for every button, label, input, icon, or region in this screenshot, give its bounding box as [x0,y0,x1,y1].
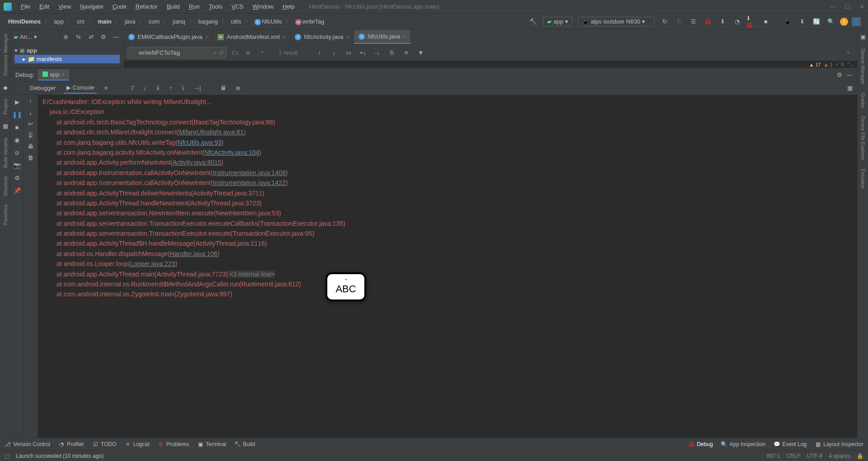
match-case-toggle[interactable]: Cc [230,49,241,56]
breadcrumb-src[interactable]: src [75,17,86,26]
debugger-tab[interactable]: Debugger [27,83,58,93]
menu-navigate[interactable]: Navigate [76,1,107,12]
menu-file[interactable]: File [17,1,34,12]
avd-manager-icon[interactable]: 📱 [782,16,793,27]
collapse-all-icon[interactable]: ⇄ [86,33,95,42]
up-stack-icon[interactable]: ↑ [29,98,32,105]
resource-manager-icon[interactable]: ◆ [3,84,8,91]
rail-resource-manager[interactable]: Resource Manager [3,33,8,76]
editor-tab[interactable]: CNfcUtils.java× [354,30,411,44]
remove-selection-button[interactable]: -↓ [372,47,383,58]
stack-trace-link[interactable]: ActivityThread.java:7723 [156,271,226,278]
rail-emulator[interactable]: Emulator [860,169,866,189]
btab-app-inspection[interactable]: 🔍App Inspection [721,441,765,447]
menu-edit[interactable]: Edit [36,1,53,12]
stack-trace-link[interactable]: TransactionExecutor.java:95 [232,230,312,237]
menu-tools[interactable]: Tools [205,1,226,12]
btab-terminal[interactable]: ▣Terminal [197,441,226,447]
mute-breakpoints-button[interactable]: ⊘ [13,148,21,157]
drop-frame-icon[interactable]: ⤵ [179,85,186,91]
scroll-to-end-icon[interactable]: ⤓ [28,132,33,138]
stack-trace-link[interactable]: ActivityThread.java:3711 [193,190,262,197]
gear-icon[interactable]: ⚙ [837,71,842,78]
stop-button[interactable]: ■ [13,123,21,131]
print-icon[interactable]: 🖶 [28,143,33,150]
words-toggle[interactable]: W [245,49,252,56]
select-all-occurrences-button[interactable]: ⎘ [387,47,397,58]
expand-all-icon[interactable]: ⇆ [74,33,83,42]
view-breakpoints-button[interactable]: ◉ [13,136,21,144]
btab-problems[interactable]: ⊘Problems [158,441,189,447]
rail-favorites[interactable]: Favorites [3,204,8,225]
close-button[interactable]: ✕ [859,3,864,10]
errors-badge[interactable]: ▲ 1 [824,62,833,67]
stack-trace-link[interactable]: BasicTagTechnology.java:88 [193,119,273,126]
editor-tab[interactable]: CNfcActivity.java× [290,30,354,44]
collapsed-frames[interactable]: <1 internal line> [228,271,275,278]
breadcrumb-utils[interactable]: utils [229,17,243,26]
breadcrumb-app[interactable]: app [52,17,66,26]
rail-project[interactable]: Project [3,99,8,114]
history-icon[interactable]: ↺ [219,49,224,56]
btab-version-control[interactable]: ⎇Version Control [5,441,50,447]
debug-session-tab[interactable]: app × [38,69,69,81]
stack-trace-link[interactable]: Instrumentation.java:1422 [213,179,286,186]
stack-trace-link[interactable]: Activity.java:8015 [173,159,222,166]
stack-trace-link[interactable]: Instrumentation.java:1409 [213,169,286,176]
pause-button[interactable]: ❚❚ [13,110,21,119]
force-step-into-icon[interactable]: ⇓ [154,85,162,91]
rail-device-file-explorer[interactable]: Device File Explorer [860,116,866,160]
inspection-chevron-icon[interactable]: ⌃⌄ [846,62,854,67]
prev-match-button[interactable]: ↑ [314,47,325,58]
next-match-button[interactable]: ↓ [329,47,340,58]
breadcrumb-com[interactable]: com [147,17,162,26]
run-icon[interactable]: ☰ [688,16,699,27]
clear-all-icon[interactable]: 🗑 [28,154,33,161]
editor-tab[interactable]: MAndroidManifest.xml× [213,30,290,44]
stack-trace-link[interactable]: TransactionExecutor.java:135 [260,220,343,227]
btab-event-log[interactable]: 💬Event Log [774,441,807,447]
hide-icon[interactable]: — [112,33,121,42]
regex-toggle[interactable]: .* [255,49,266,56]
close-tab-icon[interactable]: × [403,34,406,39]
stack-trace-link[interactable]: MifareUltralight.java:61 [179,128,244,136]
editor-viewport[interactable]: ▲ 17 ▲ 1 ✓ 5 ⌃⌄ [124,61,857,67]
breadcrumb-htmldemos[interactable]: HtmlDemos [6,17,42,26]
step-over-icon[interactable]: ⤴ [129,85,136,91]
build-icon[interactable]: 🔨 [528,16,538,27]
toggle-button[interactable]: ≡ [401,47,412,58]
stop-button[interactable]: ■ [760,16,771,27]
device-manager-icon[interactable]: ▣ [860,33,866,40]
rail-structure[interactable]: Structure [3,176,8,196]
stack-trace-link[interactable]: RuntimeInit.java:612 [241,280,299,288]
search-everywhere-icon[interactable]: 🔍 [826,16,836,27]
menu-view[interactable]: View [55,1,75,12]
threads-icon[interactable]: ≡ [102,85,109,91]
tree-node-app[interactable]: ▾ ▣ app [14,46,120,55]
line-separator[interactable]: CRLF [787,453,801,459]
editor-tab[interactable]: CEMMCallbackPlugin.java× [124,30,213,44]
rail-gradle[interactable]: Gradle [860,93,866,108]
menu-run[interactable]: Run [185,1,203,12]
device-selector[interactable]: 📱 alps ioutdoor N630 ▾ [578,17,655,26]
breadcrumb-java[interactable]: java [123,17,137,26]
search-input[interactable] [127,47,226,58]
project-view-selector[interactable]: ▰ An... ▾ [14,33,37,40]
stack-trace-link[interactable]: ActivityThread.java:3723 [190,200,259,207]
rerun-button[interactable]: ▶ [13,98,21,106]
layout-icon[interactable]: ▦ [845,85,857,91]
minimize-button[interactable]: — [830,3,836,10]
menu-vcs[interactable]: VCS [228,1,247,12]
down-stack-icon[interactable]: ↓ [29,109,32,116]
stack-trace-link[interactable]: NfcUtils.java:93 [178,139,222,146]
filter-icon[interactable]: ▼ [415,47,426,58]
apply-changes-button[interactable]: ↻ [674,16,684,27]
sync-button[interactable]: 🔄 [811,16,822,27]
stack-trace-link[interactable]: Handler.java:106 [170,250,217,257]
btab-build[interactable]: 🔨Build [235,441,255,447]
close-tab-icon[interactable]: × [283,34,285,40]
project-icon[interactable]: ▦ [3,123,8,129]
warnings-badge[interactable]: ▲ 17 [809,62,821,67]
stack-trace-link[interactable]: NewIntentItem.java:53 [216,209,279,217]
console-tab[interactable]: ▶ Console [64,82,97,94]
